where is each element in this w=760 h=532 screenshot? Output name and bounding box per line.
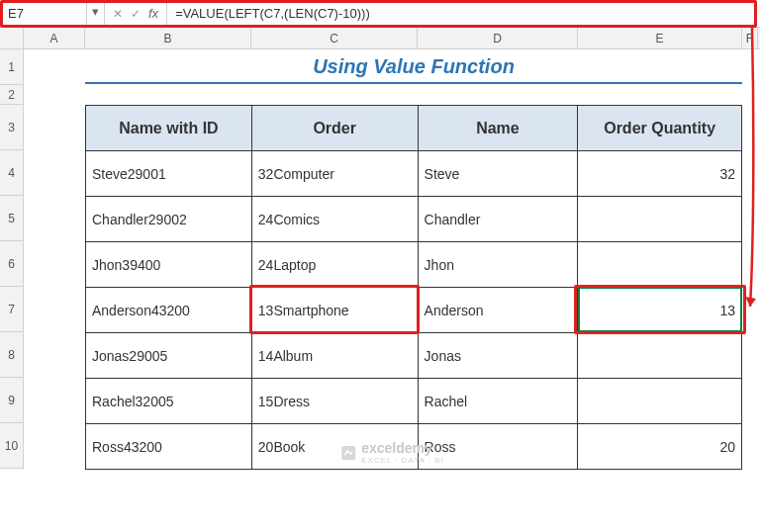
cell-e8[interactable] <box>578 333 742 379</box>
table-row: Jonas29005 14Album Jonas <box>86 333 742 379</box>
cell-b10[interactable]: Ross43200 <box>86 424 252 470</box>
header-order-quantity[interactable]: Order Quantity <box>578 106 742 151</box>
row-header-2[interactable]: 2 <box>0 85 24 105</box>
cell-e9[interactable] <box>578 379 742 424</box>
watermark-sub: EXCEL · DATA · BI <box>361 456 444 465</box>
cell-b7[interactable]: Anderson43200 <box>86 288 252 333</box>
column-headers: A B C D E F <box>0 28 760 49</box>
col-header-B[interactable]: B <box>85 28 251 48</box>
row-header-8[interactable]: 8 <box>0 332 24 378</box>
cell-e6[interactable] <box>578 242 742 288</box>
row-header-6[interactable]: 6 <box>0 241 24 287</box>
row-headers: 1 2 3 4 5 6 7 8 9 10 <box>0 49 24 469</box>
cell-d9[interactable]: Rachel <box>418 379 578 424</box>
col-header-A[interactable]: A <box>24 28 85 48</box>
row-header-9[interactable]: 9 <box>0 378 24 423</box>
row-header-4[interactable]: 4 <box>0 150 24 196</box>
watermark-icon <box>339 444 357 462</box>
cell-b8[interactable]: Jonas29005 <box>86 333 252 379</box>
cell-e4[interactable]: 32 <box>578 151 742 197</box>
cell-c7[interactable]: 13Smartphone <box>251 288 418 333</box>
cell-e7[interactable]: 13 <box>578 288 742 333</box>
row-header-7[interactable]: 7 <box>0 287 24 332</box>
cell-b5[interactable]: Chandler29002 <box>86 197 252 242</box>
cell-e5[interactable] <box>578 197 742 242</box>
table-row: Jhon39400 24Laptop Jhon <box>86 242 742 288</box>
row-header-1[interactable]: 1 <box>0 49 24 85</box>
table-row: Rachel32005 15Dress Rachel <box>86 379 742 424</box>
row-header-5[interactable]: 5 <box>0 196 24 241</box>
cell-b6[interactable]: Jhon39400 <box>86 242 252 288</box>
data-table: Name with ID Order Name Order Quantity S… <box>85 105 742 470</box>
cells-area[interactable]: Using Value Function Name with ID Order … <box>24 49 760 469</box>
col-header-D[interactable]: D <box>418 28 578 48</box>
cell-d5[interactable]: Chandler <box>418 197 578 242</box>
cell-d4[interactable]: Steve <box>418 151 578 197</box>
col-header-F[interactable]: F <box>742 28 758 48</box>
table-row: Chandler29002 24Comics Chandler <box>86 197 742 242</box>
select-all-corner[interactable] <box>0 28 24 48</box>
cell-e10[interactable]: 20 <box>578 424 742 470</box>
cell-d8[interactable]: Jonas <box>418 333 578 379</box>
cell-c5[interactable]: 24Comics <box>251 197 418 242</box>
cell-c8[interactable]: 14Album <box>251 333 418 379</box>
table-header-row: Name with ID Order Name Order Quantity <box>86 106 742 151</box>
formula-bar-highlight <box>0 0 757 28</box>
cell-b4[interactable]: Steve29001 <box>86 151 252 197</box>
row-header-10[interactable]: 10 <box>0 423 24 469</box>
cell-b9[interactable]: Rachel32005 <box>86 379 252 424</box>
row-header-3[interactable]: 3 <box>0 105 24 150</box>
table-row: Steve29001 32Computer Steve 32 <box>86 151 742 197</box>
header-order[interactable]: Order <box>251 106 418 151</box>
cell-c6[interactable]: 24Laptop <box>251 242 418 288</box>
header-name[interactable]: Name <box>418 106 578 151</box>
col-header-C[interactable]: C <box>251 28 418 48</box>
header-name-with-id[interactable]: Name with ID <box>86 106 252 151</box>
sheet-title: Using Value Function <box>85 55 742 84</box>
cell-c4[interactable]: 32Computer <box>251 151 418 197</box>
cell-d7[interactable]: Anderson <box>418 288 578 333</box>
watermark-text: exceldemy <box>361 440 444 456</box>
cell-c9[interactable]: 15Dress <box>251 379 418 424</box>
table-row: Anderson43200 13Smartphone Anderson 13 <box>86 288 742 333</box>
col-header-E[interactable]: E <box>578 28 742 48</box>
watermark: exceldemy EXCEL · DATA · BI <box>339 440 444 465</box>
cell-d6[interactable]: Jhon <box>418 242 578 288</box>
